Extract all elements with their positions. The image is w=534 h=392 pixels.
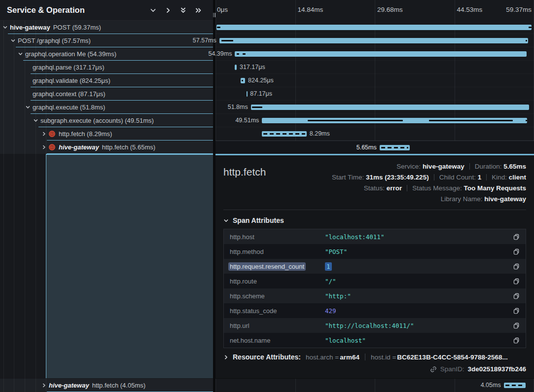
chevron-right-icon[interactable]	[223, 355, 229, 360]
resource-attributes-title[interactable]: Resource Attributes:	[233, 353, 301, 361]
span-meta-line: Service: hive-gatewayDuration: 5.65ms	[332, 161, 526, 172]
attribute-key: http.host	[230, 233, 325, 241]
span-bar-segment	[221, 40, 233, 41]
copy-button[interactable]	[513, 233, 520, 241]
tree-row[interactable]: !http.fetch (8.29ms)	[0, 127, 213, 141]
expanded-span-block	[46, 154, 213, 378]
tree-row[interactable]: subgraph.execute (accounts) (49.51ms)	[0, 114, 213, 127]
tree-row[interactable]: !hive-gatewayhttp.fetch (5.65ms)	[0, 141, 213, 154]
tree-chevron[interactable]	[26, 105, 33, 109]
tree-row[interactable]: graphql.parse (317.17μs)	[0, 61, 213, 74]
span-bar-segment	[237, 53, 240, 55]
copy-icon	[513, 322, 520, 329]
chevron-down-icon[interactable]	[3, 25, 7, 30]
tree-chevron[interactable]	[3, 25, 10, 30]
copy-button[interactable]	[513, 248, 520, 255]
span-bar[interactable]	[262, 131, 306, 137]
tree-chevron[interactable]	[42, 132, 49, 136]
span-meta-line: Start Time: 31ms (23:35:49.225)Child Cou…	[332, 172, 526, 183]
tree-chevron[interactable]	[34, 118, 40, 123]
timeline-tick-label: 44.53ms	[457, 6, 483, 13]
grid-line	[215, 379, 216, 392]
attribute-value: "/"	[325, 278, 336, 285]
timeline-row[interactable]: 49.51ms	[215, 114, 534, 127]
chevron-right-icon[interactable]	[42, 132, 46, 136]
timeline-row[interactable]: 824.25μs	[215, 74, 534, 87]
span-bar[interactable]	[216, 25, 532, 30]
span-bar-duration-label: 49.51ms	[235, 117, 259, 124]
trace-viewer-app: { "header": { "title": "Service & Operat…	[0, 0, 534, 392]
span-bar-segment	[429, 120, 513, 121]
chevron-down-icon[interactable]	[18, 52, 23, 56]
attribute-key: http.status_code	[230, 307, 325, 315]
tree-chevron[interactable]	[18, 52, 25, 56]
timeline-row[interactable]: 8.29ms	[215, 127, 534, 141]
span-bar-duration-label: 4.05ms	[481, 382, 501, 389]
timeline-row[interactable]: 54.39ms	[215, 47, 534, 61]
selected-text: http.request.resend_count	[228, 262, 306, 271]
tree-chevron[interactable]	[11, 38, 18, 43]
attribute-value: 1	[325, 263, 332, 270]
copy-icon	[513, 278, 520, 285]
tree-row[interactable]: graphql.context (87.17μs)	[0, 87, 213, 101]
tree-row[interactable]: graphql.operation Me (54.39ms)	[0, 47, 213, 61]
timeline-bottom-row: 4.05ms	[215, 379, 534, 392]
copy-button[interactable]	[513, 292, 520, 300]
attribute-value: "http://localhost:4011/"	[325, 322, 414, 329]
chevron-down-icon[interactable]	[11, 38, 15, 43]
copy-button[interactable]	[513, 337, 520, 344]
attribute-key: http.request.resend_count	[230, 263, 325, 270]
expand-one-icon[interactable]	[165, 7, 172, 14]
tree-row-label: http.fetch (5.65ms)	[102, 143, 155, 151]
resource-separator	[365, 354, 365, 360]
tree-row-label: graphql.operation Me (54.39ms)	[25, 50, 116, 58]
collapse-all-icon[interactable]	[179, 7, 187, 14]
grid-line	[455, 379, 455, 392]
copy-button[interactable]	[513, 263, 520, 270]
attribute-row: net.host.name"localhost"	[224, 333, 526, 348]
timeline-row[interactable]: 87.17μs	[215, 87, 534, 101]
span-meta: Service: hive-gatewayDuration: 5.65msSta…	[332, 161, 526, 205]
copy-button[interactable]	[513, 278, 520, 285]
copy-icon	[513, 263, 520, 270]
span-bar[interactable]	[247, 91, 248, 97]
span-bar-segment	[242, 80, 243, 81]
timeline-row[interactable]	[215, 21, 534, 34]
span-bar[interactable]	[235, 51, 527, 57]
tree-chevron[interactable]	[42, 145, 49, 149]
span-bar[interactable]	[251, 105, 529, 110]
grid-line	[295, 0, 296, 21]
chevron-down-icon[interactable]	[34, 118, 38, 123]
span-bar-duration-label: 54.39ms	[208, 50, 232, 57]
grid-line	[375, 379, 375, 392]
timeline-row[interactable]: 5.65ms	[215, 141, 534, 154]
span-bar[interactable]	[219, 38, 529, 43]
copy-button[interactable]	[513, 322, 520, 329]
copy-button[interactable]	[513, 307, 520, 315]
span-bar[interactable]	[504, 383, 526, 388]
meta-separator	[407, 185, 407, 191]
meta-value: client	[509, 174, 526, 181]
tree-row[interactable]: POST /graphql (57.57ms)	[0, 34, 213, 47]
tree-chevron[interactable]	[42, 383, 49, 388]
chevron-right-icon[interactable]	[42, 383, 46, 388]
collapse-one-icon[interactable]	[149, 7, 157, 14]
span-bar[interactable]	[380, 145, 410, 150]
timeline-row[interactable]: 51.8ms	[215, 101, 534, 114]
span-bar[interactable]	[235, 65, 237, 70]
attribute-key: http.route	[230, 278, 325, 285]
span-bar-segment	[217, 27, 220, 28]
expand-all-icon[interactable]	[195, 7, 202, 14]
chevron-down-icon[interactable]	[26, 105, 30, 109]
timeline-row[interactable]: 317.17μs	[215, 61, 534, 74]
tree-row[interactable]: graphql.validate (824.25μs)	[0, 74, 213, 87]
timeline-row[interactable]: 57.57ms	[215, 34, 534, 47]
tree-row[interactable]: graphql.execute (51.8ms)	[0, 101, 213, 114]
meta-value: hive-gateway	[484, 195, 526, 203]
meta-label: Duration:	[475, 163, 504, 170]
chevron-right-icon[interactable]	[42, 145, 46, 149]
span-attributes-header[interactable]: Span Attributes	[223, 216, 526, 224]
attribute-key: net.host.name	[230, 337, 325, 344]
tree-row[interactable]: hive-gatewayhttp.fetch (4.05ms)	[0, 379, 213, 392]
tree-row[interactable]: hive-gatewayPOST (59.37ms)	[0, 21, 213, 34]
